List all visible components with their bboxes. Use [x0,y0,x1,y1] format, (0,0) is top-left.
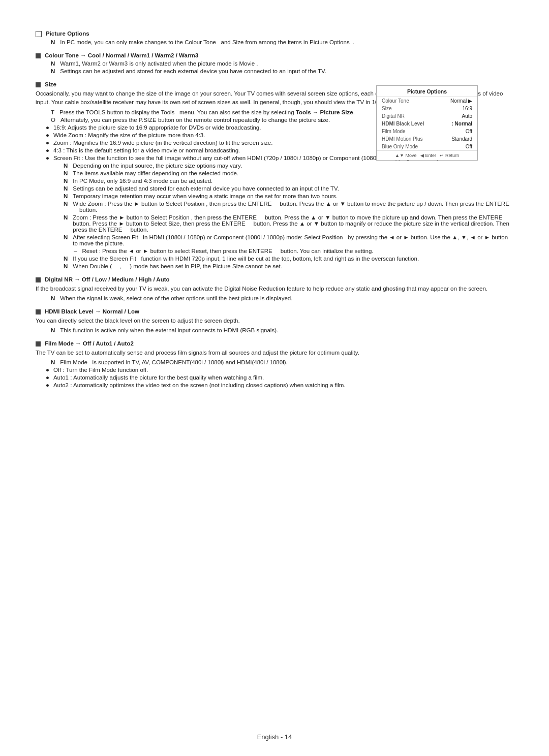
size-n2: N The items available may differ dependi… [36,170,513,176]
size-title: Size [45,81,56,87]
section-colour-tone: Colour Tone → Cool / Normal / Warm1 / Wa… [36,52,513,74]
size-n3: N In PC Mode, only 16:9 and 4:3 mode can… [36,178,513,184]
colour-tone-title: Colour Tone → Cool / Normal / Warm1 / Wa… [45,52,198,58]
size-n1: N Depending on the input source, the pic… [36,163,513,169]
section-film-mode: Film Mode → Off / Auto1 / Auto2 The TV c… [36,340,513,388]
page-footer: English - 14 [0,733,549,741]
film-mode-n1: N Film Mode is supported in TV, AV, COMP… [36,359,513,365]
hdmi-black-body: You can directly select the black level … [36,317,513,325]
panel-row-hdmi-black: HDMI Black Level : Normal [377,120,477,128]
size-n8: N After selecting Screen Fit in HDMI (10… [36,234,513,246]
panel-row-hdmi-motion: HDMI Motion Plus Standard [377,135,477,143]
size-n4: N Settings can be adjusted and stored fo… [36,185,513,192]
section-digital-nr-header: Digital NR → Off / Low / Medium / High /… [36,276,513,282]
hdmi-black-title: HDMI Black Level → Normal / Low [45,308,139,314]
footer-text: English - 14 [257,733,292,741]
hdmi-black-n1: N This function is active only when the … [36,327,513,333]
size-n9: N If you use the Screen Fit function wit… [36,256,513,262]
section-hdmi-black: HDMI Black Level → Normal / Low You can … [36,308,513,333]
film-mode-bullet-off: ● Off : Turn the Film Mode function off. [36,367,513,373]
panel-row-size: Size 16:9 [377,105,477,112]
size-dash1: – Reset : Press the ◄ or ► button to sel… [36,248,513,254]
panel-row-digital-nr: Digital NR Auto [377,112,477,120]
section-colour-tone-header: Colour Tone → Cool / Normal / Warm1 / Wa… [36,52,513,58]
panel-footer: ▲▼ Move ◀ Enter ↩ Return [377,150,477,160]
square-icon-size [36,82,41,87]
panel-row-film-mode: Film Mode Off [377,128,477,135]
digital-nr-n1: N When the signal is weak, select one of… [36,295,513,301]
checkbox-icon [36,31,42,37]
film-mode-body: The TV can be set to automatically sense… [36,349,513,357]
digital-nr-title: Digital NR → Off / Low / Medium / High /… [45,276,170,282]
panel-row-blue-only: Blue Only Mode Off [377,143,477,150]
section-digital-nr: Digital NR → Off / Low / Medium / High /… [36,276,513,301]
picture-options-panel: Picture Options Colour Tone Normal ▶ Siz… [376,85,478,161]
size-n6: N Wide Zoom : Press the ► button to Sele… [36,201,513,213]
section-film-mode-header: Film Mode → Off / Auto1 / Auto2 [36,340,513,346]
square-icon-film-mode [36,341,41,346]
digital-nr-body: If the broadcast signal received by your… [36,285,513,293]
square-icon-digital-nr [36,277,41,282]
picture-options-n1: N In PC mode, you can only make changes … [36,39,513,45]
colour-tone-n1: N Warm1, Warm2 or Warm3 is only activate… [36,60,513,67]
film-mode-title: Film Mode → Off / Auto1 / Auto2 [45,340,134,346]
film-mode-bullet-auto2: ● Auto2 : Automatically optimizes the vi… [36,382,513,388]
size-n5: N Temporary image retention may occur wh… [36,193,513,199]
film-mode-bullet-auto1: ● Auto1 : Automatically adjusts the pict… [36,374,513,381]
size-n10: N When Double ( , ) mode has been set in… [36,263,513,269]
panel-title: Picture Options [377,86,477,97]
picture-options-title: Picture Options [46,30,89,37]
panel-row-colour-tone: Colour Tone Normal ▶ [377,97,477,105]
section-picture-options-header: Picture Options [36,30,513,37]
section-hdmi-black-header: HDMI Black Level → Normal / Low [36,308,513,314]
section-picture-options: Picture Options N In PC mode, you can on… [36,30,513,45]
square-icon-hdmi-black [36,309,41,314]
size-n7: N Zoom : Press the ► button to Select Po… [36,214,513,233]
square-icon-colour [36,53,41,58]
colour-tone-n2: N Settings can be adjusted and stored fo… [36,68,513,74]
